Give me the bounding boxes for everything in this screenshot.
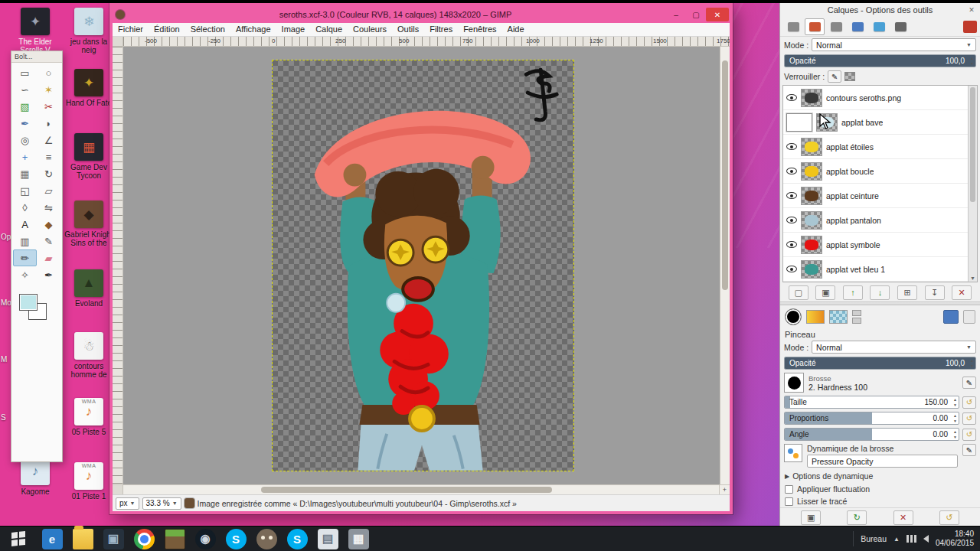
visibility-eye-icon[interactable] [786, 143, 797, 150]
tool-button[interactable]: ◆ [37, 216, 60, 233]
dock-tab[interactable] [869, 18, 889, 35]
spinner-arrows[interactable]: ▲▼ [970, 358, 974, 369]
layer-action-button[interactable]: ⊞ [897, 285, 917, 300]
layer-row[interactable]: applat étoiles [783, 135, 968, 159]
visibility-eye-icon[interactable] [786, 94, 797, 101]
close-button[interactable]: ✕ [706, 8, 729, 21]
dock-tab[interactable] [890, 18, 910, 35]
minimize-button[interactable]: – [666, 8, 686, 21]
tool-options-action-button[interactable]: ▣ [801, 510, 821, 525]
tool-button[interactable]: ▦ [13, 165, 37, 182]
layer-thumbnail[interactable] [801, 187, 822, 205]
taskbar-icon[interactable] [159, 527, 190, 551]
layer-edit-box[interactable] [786, 113, 812, 132]
tool-button[interactable]: ✒ [37, 266, 60, 283]
layer-name[interactable]: contours seroths.png [826, 93, 901, 103]
dynamics-icon[interactable] [784, 444, 802, 462]
menu-item[interactable]: Outils [392, 23, 424, 36]
layer-action-button[interactable]: ✕ [952, 285, 972, 300]
layer-name[interactable]: applat bave [841, 118, 883, 127]
dock-toggle-button[interactable] [963, 310, 975, 324]
reset-size-button[interactable]: ↺ [962, 396, 976, 409]
dock-tab[interactable] [826, 18, 846, 35]
close-icon[interactable]: ✕ [966, 5, 977, 15]
dock-title[interactable]: Calques - Options des outils ✕ [780, 3, 980, 17]
brush-thumbnail[interactable] [784, 373, 804, 393]
taskbar-icon[interactable]: e [37, 527, 67, 551]
layer-row[interactable]: applat ceinture [783, 184, 968, 208]
menu-item[interactable]: Affichage [230, 23, 276, 36]
horizontal-scrollbar-thumb[interactable] [261, 487, 552, 493]
menu-item[interactable]: Édition [149, 23, 185, 36]
tool-button[interactable]: + [13, 148, 37, 165]
start-button[interactable] [0, 527, 37, 551]
layer-name[interactable]: applat étoiles [826, 142, 874, 152]
menu-item[interactable]: Sélection [185, 23, 230, 36]
horizontal-scrollbar[interactable] [123, 485, 719, 494]
dynamics-options-expander[interactable]: ▶ Options de dynamique [780, 469, 980, 483]
menu-item[interactable]: Fenêtres [458, 23, 501, 36]
volume-icon[interactable] [923, 535, 929, 543]
tool-button[interactable]: ∠ [37, 132, 60, 148]
tab-menu-button[interactable] [963, 21, 977, 33]
dock-tab[interactable] [848, 18, 867, 35]
tool-button[interactable]: ≡ [37, 148, 60, 165]
visibility-eye-icon[interactable] [786, 217, 797, 223]
dynamics-select[interactable]: Pressure Opacity [807, 455, 958, 468]
tool-button[interactable]: ✏ [13, 249, 37, 266]
menu-item[interactable]: Fichier [113, 23, 149, 36]
layer-name[interactable]: applat symbole [826, 240, 880, 249]
tool-options-action-button[interactable]: ✕ [893, 510, 913, 525]
vertical-scrollbar-thumb[interactable] [722, 60, 728, 290]
lock-pixels-icon[interactable]: ✎ [828, 70, 841, 83]
dock-extra-button[interactable] [943, 310, 959, 324]
taskbar-icon[interactable] [251, 527, 282, 551]
tool-button[interactable]: ◊ [13, 199, 37, 216]
brush-aspect-slider[interactable]: Proportions 0.00 ▲▼ [784, 412, 959, 425]
smooth-option[interactable]: Lisser le tracé [780, 495, 980, 507]
spinner-arrows[interactable]: ▲▼ [970, 56, 974, 67]
spinner-arrows[interactable]: ▲▼ [953, 429, 957, 440]
taskbar-icon[interactable]: S [282, 527, 312, 551]
taskbar-icon[interactable]: ▣ [98, 527, 129, 551]
layer-thumbnail[interactable] [801, 260, 822, 279]
dock-tab[interactable] [783, 18, 803, 35]
layer-thumbnail[interactable] [801, 162, 822, 181]
layer-thumbnail[interactable] [816, 113, 838, 132]
tool-button[interactable]: ▧ [13, 98, 37, 115]
layer-row[interactable]: applat bave [783, 110, 968, 135]
reset-angle-button[interactable]: ↺ [962, 429, 976, 441]
paint-mode-select[interactable]: Normal ▼ [812, 341, 976, 354]
taskbar-icon[interactable]: ▦ [343, 527, 374, 551]
menu-item[interactable]: Filtres [424, 23, 458, 36]
layer-name[interactable]: applat pantalon [826, 216, 881, 225]
layer-name[interactable]: applat ceinture [826, 191, 879, 201]
edit-dynamics-button[interactable]: ✎ [962, 444, 976, 456]
active-pattern-swatch[interactable] [829, 310, 848, 324]
hidden-icons-button[interactable]: ▲ [893, 536, 900, 543]
taskbar-icon[interactable]: S [220, 527, 251, 551]
canvas-image[interactable] [272, 60, 574, 471]
taskbar-icon[interactable] [67, 527, 98, 551]
layer-row[interactable]: applat vet bleu 1 [783, 257, 968, 282]
edit-brush-button[interactable]: ✎ [962, 377, 976, 389]
tool-button[interactable]: ▱ [37, 182, 60, 199]
foreground-color-swatch[interactable] [19, 294, 38, 311]
visibility-eye-icon[interactable] [786, 192, 797, 199]
layer-action-button[interactable]: ↑ [843, 285, 863, 300]
tool-button[interactable]: ✧ [13, 266, 37, 283]
desktop-toolbar-label[interactable]: Bureau [861, 534, 887, 543]
menu-item[interactable]: Aide [502, 23, 530, 36]
scroll-down-icon[interactable]: ▼ [969, 276, 977, 281]
layer-name[interactable]: applat vet bleu 1 [826, 265, 885, 274]
taskbar-icon[interactable]: ▤ [312, 527, 343, 551]
layer-row[interactable]: contours seroths.png [783, 86, 968, 110]
spinner-arrows[interactable]: ▲▼ [953, 397, 957, 408]
window-titlebar[interactable]: seroths.xcf-3.0 (Couleur RVB, 14 calques… [113, 6, 730, 23]
vertical-scrollbar[interactable] [720, 47, 730, 484]
network-icon[interactable] [906, 535, 916, 543]
navigation-button[interactable]: + [719, 485, 730, 494]
menu-item[interactable]: Calque [310, 23, 348, 36]
layer-list-scrollbar[interactable]: ▼ [968, 86, 977, 282]
tool-button[interactable]: ✶ [37, 81, 60, 98]
